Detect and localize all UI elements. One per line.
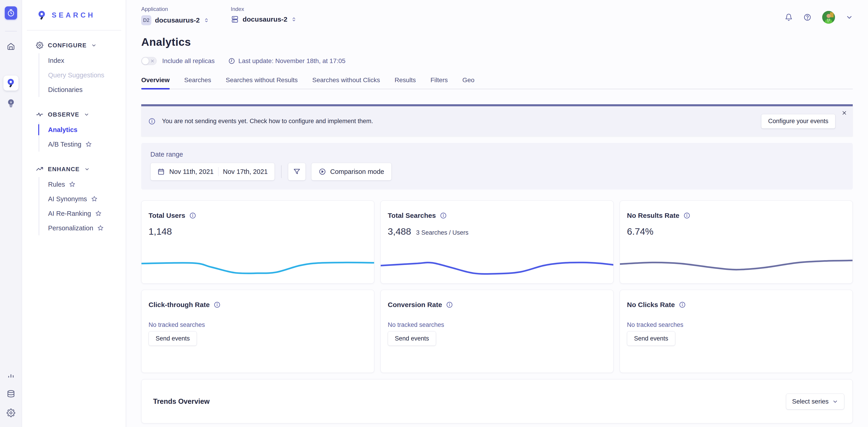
bar-chart-icon[interactable] bbox=[6, 370, 16, 379]
sidebar-item-label: Personalization bbox=[48, 224, 93, 232]
trends-title: Trends Overview bbox=[153, 397, 210, 405]
star-icon[interactable] bbox=[91, 196, 97, 202]
sidebar-item-analytics[interactable]: Analytics bbox=[48, 123, 126, 137]
page-title: Analytics bbox=[141, 36, 853, 48]
comparison-mode-label: Comparison mode bbox=[330, 168, 384, 175]
tab-searches-without-results[interactable]: Searches without Results bbox=[226, 76, 298, 89]
bell-icon[interactable] bbox=[785, 13, 793, 21]
sidebar-item-dictionaries[interactable]: Dictionaries bbox=[48, 83, 126, 97]
close-icon[interactable] bbox=[840, 109, 848, 117]
banner-message: You are not sending events yet. Check ho… bbox=[162, 118, 373, 125]
replicas-row: Include all replicas Last update: Novemb… bbox=[141, 57, 853, 65]
tab-results[interactable]: Results bbox=[395, 76, 416, 89]
index-value: docusaurus-2 bbox=[243, 15, 287, 23]
card-click-through-rate: Click-through Rate No tracked searches S… bbox=[141, 290, 374, 373]
info-icon[interactable] bbox=[440, 212, 447, 219]
star-icon[interactable] bbox=[95, 210, 102, 217]
sidebar-item-index[interactable]: Index bbox=[48, 53, 126, 68]
send-events-button[interactable]: Send events bbox=[388, 331, 436, 346]
sidebar-item-label: Query Suggestions bbox=[48, 71, 104, 79]
tab-overview[interactable]: Overview bbox=[141, 76, 170, 89]
sidebar-item-ab-testing[interactable]: A/B Testing bbox=[48, 137, 126, 152]
total-users-sparkline bbox=[142, 251, 374, 281]
select-series-button[interactable]: Select series bbox=[786, 394, 844, 409]
info-icon[interactable] bbox=[446, 301, 453, 308]
sidebar-item-label: AI Re-Ranking bbox=[48, 210, 91, 217]
sidebar-item-label: Index bbox=[48, 57, 64, 64]
toggle-off-x-icon bbox=[150, 59, 155, 63]
info-icon bbox=[148, 118, 156, 125]
home-icon[interactable] bbox=[6, 42, 16, 51]
chevron-down-icon bbox=[91, 42, 97, 48]
last-update-text: Last update: November 18th, at 17:05 bbox=[238, 57, 345, 65]
search-product-icon-active[interactable] bbox=[3, 75, 19, 91]
section-observe[interactable]: OBSERVE bbox=[36, 110, 126, 119]
configure-gear-icon bbox=[36, 42, 43, 49]
main-content: Application D2 docusaurus-2 Index docusa… bbox=[126, 0, 868, 427]
card-value: 3,488 bbox=[388, 226, 411, 237]
card-value-note: 3 Searches / Users bbox=[416, 229, 469, 236]
comparison-mode-button[interactable]: Comparison mode bbox=[311, 163, 392, 180]
index-select[interactable]: docusaurus-2 bbox=[231, 15, 297, 24]
app-timer-icon[interactable] bbox=[5, 6, 17, 20]
sidebar-item-label: A/B Testing bbox=[48, 141, 81, 148]
star-icon[interactable] bbox=[86, 141, 92, 147]
icon-rail bbox=[0, 0, 22, 427]
chevron-down-icon bbox=[832, 399, 838, 404]
info-icon[interactable] bbox=[679, 301, 686, 308]
product-logo[interactable]: SEARCH bbox=[22, 0, 126, 21]
card-value: 1,148 bbox=[149, 226, 172, 237]
gear-icon[interactable] bbox=[6, 408, 16, 418]
tab-geo[interactable]: Geo bbox=[463, 76, 474, 89]
tab-filters[interactable]: Filters bbox=[430, 76, 448, 89]
application-selector: Application D2 docusaurus-2 bbox=[141, 6, 209, 25]
sidebar-item-personalization[interactable]: Personalization bbox=[48, 221, 126, 235]
enhance-items: Rules AI Synonyms AI Re-Ranking Personal… bbox=[39, 177, 126, 235]
date-range-button[interactable]: Nov 11th, 2021 Nov 17th, 2021 bbox=[150, 163, 275, 180]
clock-icon bbox=[228, 58, 235, 64]
sidebar-item-ai-reranking[interactable]: AI Re-Ranking bbox=[48, 206, 126, 221]
product-logo-text: SEARCH bbox=[52, 11, 95, 19]
tab-searches-without-clicks[interactable]: Searches without Clicks bbox=[312, 76, 380, 89]
info-icon[interactable] bbox=[189, 212, 196, 219]
empty-state-text: No tracked searches bbox=[388, 321, 606, 328]
date-start: Nov 11th, 2021 bbox=[169, 168, 214, 175]
application-select[interactable]: D2 docusaurus-2 bbox=[141, 15, 209, 25]
chevron-down-icon bbox=[84, 166, 90, 172]
metric-cards-row2: Click-through Rate No tracked searches S… bbox=[141, 290, 853, 373]
sidebar-nav: CONFIGURE Index Query Suggestions Dictio… bbox=[22, 31, 126, 235]
section-enhance-label: ENHANCE bbox=[48, 166, 80, 173]
sidebar-item-label: AI Synonyms bbox=[48, 195, 87, 203]
info-icon[interactable] bbox=[683, 212, 690, 219]
tab-searches[interactable]: Searches bbox=[184, 76, 211, 89]
section-enhance[interactable]: ENHANCE bbox=[36, 164, 126, 174]
card-title: Conversion Rate bbox=[388, 301, 442, 309]
configure-events-button[interactable]: Configure your events bbox=[761, 114, 835, 129]
card-conversion-rate: Conversion Rate No tracked searches Send… bbox=[380, 290, 614, 373]
section-configure[interactable]: CONFIGURE bbox=[36, 40, 126, 50]
star-icon[interactable] bbox=[97, 225, 104, 231]
recommend-bulb-icon[interactable] bbox=[6, 98, 16, 107]
sidebar-item-rules[interactable]: Rules bbox=[48, 177, 126, 192]
info-icon[interactable] bbox=[214, 301, 220, 308]
replicas-toggle[interactable] bbox=[141, 57, 157, 65]
calendar-icon bbox=[157, 168, 165, 175]
sidebar-item-label: Dictionaries bbox=[48, 86, 83, 94]
help-icon[interactable] bbox=[804, 13, 811, 21]
filter-funnel-button[interactable] bbox=[288, 163, 306, 180]
send-events-button[interactable]: Send events bbox=[149, 331, 197, 346]
account-chevron-icon[interactable] bbox=[846, 14, 853, 21]
card-title: Total Searches bbox=[388, 212, 436, 220]
card-title: Click-through Rate bbox=[149, 301, 210, 309]
sidebar-item-query-suggestions[interactable]: Query Suggestions bbox=[48, 68, 126, 83]
section-configure-label: CONFIGURE bbox=[48, 42, 87, 49]
sidebar-item-ai-synonyms[interactable]: AI Synonyms bbox=[48, 192, 126, 206]
avatar[interactable] bbox=[822, 11, 835, 24]
database-icon[interactable] bbox=[6, 389, 16, 398]
send-events-button[interactable]: Send events bbox=[627, 331, 675, 346]
star-icon[interactable] bbox=[69, 181, 75, 188]
index-label: Index bbox=[231, 6, 297, 12]
application-value: docusaurus-2 bbox=[155, 17, 200, 24]
select-series-label: Select series bbox=[792, 398, 829, 405]
observe-pulse-icon bbox=[36, 111, 43, 118]
